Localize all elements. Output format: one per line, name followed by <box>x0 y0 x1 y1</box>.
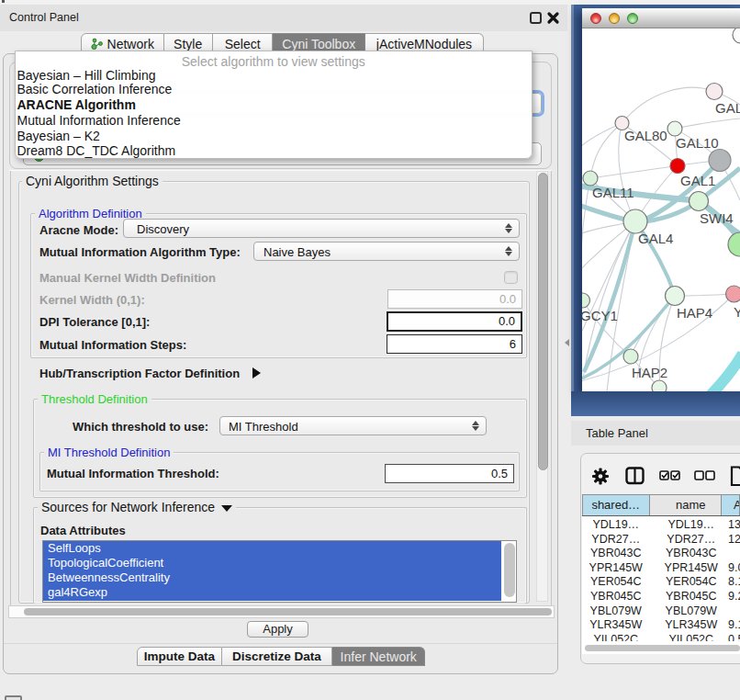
svg-text:HAP4: HAP4 <box>677 305 712 321</box>
svg-text:HAP2: HAP2 <box>632 365 667 380</box>
svg-text:GAL2: GAL2 <box>715 100 740 116</box>
svg-text:SWI4: SWI4 <box>700 210 734 226</box>
svg-text:GAL1: GAL1 <box>680 173 715 188</box>
svg-text:GAL4: GAL4 <box>638 231 673 246</box>
svg-text:GAL11: GAL11 <box>592 185 634 200</box>
svg-text:GAL10: GAL10 <box>676 135 719 151</box>
svg-text:GAL80: GAL80 <box>624 128 667 143</box>
svg-text:GCY1: GCY1 <box>582 308 618 323</box>
svg-text:YE: YE <box>734 304 740 320</box>
